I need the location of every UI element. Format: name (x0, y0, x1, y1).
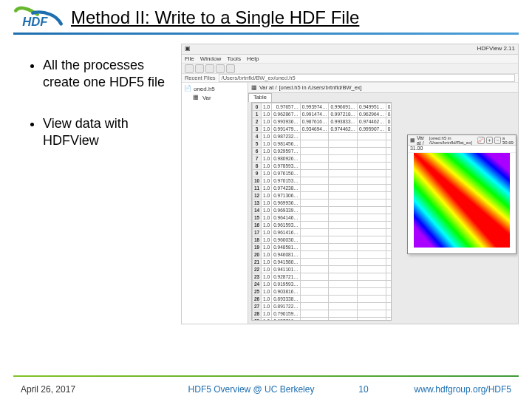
zoom-out-icon[interactable]: － (494, 137, 501, 144)
cell[interactable]: 0.968100… (386, 118, 392, 126)
cell[interactable]: 28 (252, 310, 261, 318)
cell[interactable]: 21 (252, 259, 261, 266)
cell[interactable] (386, 281, 392, 288)
cell[interactable] (329, 170, 358, 177)
cell[interactable]: 0.941580… (272, 259, 301, 266)
cell[interactable] (300, 236, 329, 244)
cell[interactable] (300, 148, 329, 155)
cell[interactable] (386, 140, 392, 148)
cell[interactable]: 10 (252, 177, 261, 185)
cell[interactable] (358, 207, 386, 214)
cell[interactable]: 29 (252, 318, 261, 321)
cell[interactable] (358, 200, 386, 207)
cell[interactable] (300, 207, 329, 214)
cell[interactable] (329, 214, 358, 222)
cell[interactable] (358, 185, 386, 192)
cell[interactable]: 1.0 (262, 200, 272, 207)
cell[interactable]: 0.993936… (272, 118, 301, 126)
cell[interactable]: 17 (252, 229, 261, 236)
cell[interactable] (386, 214, 392, 222)
close-icon[interactable] (195, 64, 204, 73)
menu-tools[interactable]: Tools (227, 55, 241, 62)
cell[interactable] (386, 266, 392, 273)
cell[interactable] (358, 273, 386, 281)
cell[interactable]: 26 (252, 296, 261, 303)
cell[interactable] (358, 155, 386, 163)
cell[interactable]: 18 (252, 236, 261, 244)
cell[interactable] (329, 185, 358, 192)
cell[interactable] (300, 281, 329, 288)
cell[interactable] (329, 229, 358, 236)
image-window[interactable]: ▦ Var at / [oned.h5 in /Users/brtnfld/Ra… (407, 134, 516, 254)
cell[interactable]: 1.0 (262, 118, 272, 126)
cell[interactable]: 1.0 (262, 155, 272, 163)
cell[interactable]: 1.0 (262, 266, 272, 273)
cell[interactable] (386, 244, 392, 251)
cell[interactable] (329, 310, 358, 318)
cell[interactable] (358, 288, 386, 296)
cell[interactable] (358, 266, 386, 273)
cell[interactable]: 0.976150… (272, 170, 301, 177)
data-table[interactable]: 01.00.97657…0.993974…0.996691…0.949951…0… (251, 102, 392, 321)
cell[interactable] (386, 229, 392, 236)
cell[interactable] (386, 259, 392, 266)
hdf4-icon[interactable] (216, 64, 225, 73)
cell[interactable]: 1.0 (262, 251, 272, 259)
cell[interactable]: 1.0 (262, 207, 272, 214)
cell[interactable]: 0.993974… (300, 103, 329, 111)
cell[interactable] (329, 177, 358, 185)
cell[interactable]: 0.974238… (272, 185, 301, 192)
cell[interactable]: 0.929597… (272, 148, 301, 155)
cell[interactable]: 0.960030… (272, 236, 301, 244)
cell[interactable] (358, 192, 386, 200)
cell[interactable]: 0 (252, 103, 261, 111)
cell[interactable]: 0.964146… (272, 214, 301, 222)
cell[interactable]: 1.0 (262, 288, 272, 296)
cell[interactable] (300, 303, 329, 310)
cell[interactable]: 1.0 (262, 222, 272, 229)
cell[interactable] (329, 236, 358, 244)
cell[interactable]: 0.996691… (329, 103, 358, 111)
file-tree[interactable]: 📄oned.h5 ▦Var (182, 83, 248, 324)
cell[interactable] (329, 244, 358, 251)
cell[interactable]: 0.991474… (300, 111, 329, 118)
cell[interactable] (300, 192, 329, 200)
cell[interactable]: 0.97657… (272, 103, 301, 111)
cell[interactable] (386, 170, 392, 177)
cell[interactable]: 1.0 (262, 133, 272, 140)
cell[interactable] (386, 222, 392, 229)
open-icon[interactable] (185, 64, 194, 73)
cell[interactable] (329, 155, 358, 163)
cell[interactable] (386, 310, 392, 318)
cell[interactable] (386, 200, 392, 207)
cell[interactable] (300, 288, 329, 296)
recent-path[interactable]: /Users/brtnfld/BW_ex/oned.h5 (219, 74, 515, 82)
cell[interactable] (300, 296, 329, 303)
cell[interactable] (386, 207, 392, 214)
cell[interactable] (358, 133, 386, 140)
cell[interactable] (386, 318, 392, 321)
cell[interactable] (358, 214, 386, 222)
cell[interactable] (300, 266, 329, 273)
cell[interactable] (329, 148, 358, 155)
cell[interactable]: 1.0 (262, 318, 272, 321)
cell[interactable]: 0.919593… (272, 281, 301, 288)
cell[interactable] (300, 244, 329, 251)
menu-help[interactable]: Help (247, 55, 259, 62)
cell[interactable]: 0.991479… (272, 126, 301, 133)
cell[interactable]: 0.949951… (358, 103, 386, 111)
cell[interactable] (358, 163, 386, 170)
chart-icon[interactable]: 📈 (477, 137, 485, 144)
cell[interactable] (386, 155, 392, 163)
cell[interactable]: 1.0 (262, 177, 272, 185)
menu-window[interactable]: Window (200, 55, 221, 62)
cell[interactable]: 1.0 (262, 296, 272, 303)
cell[interactable]: 1 (252, 111, 261, 118)
cell[interactable] (329, 133, 358, 140)
cell[interactable] (329, 281, 358, 288)
cell[interactable] (386, 133, 392, 140)
cell[interactable]: 1.0 (262, 111, 272, 118)
cell[interactable] (300, 140, 329, 148)
cell[interactable]: 11 (252, 185, 261, 192)
cell[interactable]: 1.0 (262, 281, 272, 288)
